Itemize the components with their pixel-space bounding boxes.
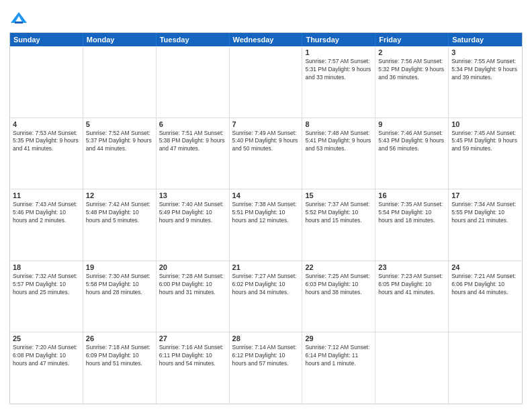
day-number: 19 (86, 263, 153, 271)
day-info: Sunrise: 7:48 AM Sunset: 5:41 PM Dayligh… (305, 130, 372, 154)
svg-rect-2 (15, 21, 23, 24)
day-info: Sunrise: 7:18 AM Sunset: 6:09 PM Dayligh… (86, 344, 153, 368)
calendar-cell: 26Sunrise: 7:18 AM Sunset: 6:09 PM Dayli… (83, 332, 157, 404)
day-number: 21 (232, 263, 300, 271)
day-info: Sunrise: 7:46 AM Sunset: 5:43 PM Dayligh… (378, 130, 445, 154)
day-number: 17 (451, 191, 519, 199)
day-info: Sunrise: 7:56 AM Sunset: 5:32 PM Dayligh… (378, 58, 445, 82)
day-info: Sunrise: 7:52 AM Sunset: 5:37 PM Dayligh… (86, 130, 153, 154)
calendar-cell: 13Sunrise: 7:40 AM Sunset: 5:49 PM Dayli… (157, 189, 230, 261)
day-info: Sunrise: 7:16 AM Sunset: 6:11 PM Dayligh… (159, 344, 226, 368)
day-info: Sunrise: 7:14 AM Sunset: 6:12 PM Dayligh… (232, 344, 300, 368)
day-number: 13 (159, 191, 226, 199)
calendar-row-1: 4Sunrise: 7:53 AM Sunset: 5:35 PM Daylig… (10, 118, 522, 189)
calendar-cell: 2Sunrise: 7:56 AM Sunset: 5:32 PM Daylig… (375, 46, 449, 118)
calendar-row-4: 25Sunrise: 7:20 AM Sunset: 6:08 PM Dayli… (10, 332, 522, 404)
calendar-cell: 8Sunrise: 7:48 AM Sunset: 5:41 PM Daylig… (302, 118, 375, 189)
calendar-cell (449, 332, 522, 404)
day-info: Sunrise: 7:42 AM Sunset: 5:48 PM Dayligh… (86, 201, 153, 225)
calendar-cell: 9Sunrise: 7:46 AM Sunset: 5:43 PM Daylig… (375, 118, 449, 189)
day-number: 25 (13, 334, 80, 342)
calendar-cell: 17Sunrise: 7:34 AM Sunset: 5:55 PM Dayli… (449, 189, 522, 261)
day-info: Sunrise: 7:21 AM Sunset: 6:06 PM Dayligh… (451, 273, 519, 297)
calendar-cell: 19Sunrise: 7:30 AM Sunset: 5:58 PM Dayli… (83, 261, 157, 332)
calendar-cell: 15Sunrise: 7:37 AM Sunset: 5:52 PM Dayli… (302, 189, 375, 261)
day-number: 8 (305, 120, 372, 128)
calendar: SundayMondayTuesdayWednesdayThursdayFrid… (9, 32, 523, 404)
day-number: 2 (378, 48, 445, 56)
day-info: Sunrise: 7:57 AM Sunset: 5:31 PM Dayligh… (305, 58, 372, 82)
calendar-cell: 21Sunrise: 7:27 AM Sunset: 6:02 PM Dayli… (230, 261, 303, 332)
page: SundayMondayTuesdayWednesdayThursdayFrid… (0, 0, 532, 411)
day-info: Sunrise: 7:32 AM Sunset: 5:57 PM Dayligh… (13, 273, 80, 297)
day-number: 4 (13, 120, 80, 128)
calendar-body: 1Sunrise: 7:57 AM Sunset: 5:31 PM Daylig… (10, 46, 522, 404)
day-number: 27 (159, 334, 226, 342)
day-number: 9 (378, 120, 445, 128)
day-number: 15 (305, 191, 372, 199)
day-number: 12 (86, 191, 153, 199)
logo-icon (9, 9, 28, 28)
day-info: Sunrise: 7:53 AM Sunset: 5:35 PM Dayligh… (13, 130, 80, 154)
calendar-header: SundayMondayTuesdayWednesdayThursdayFrid… (10, 33, 522, 46)
calendar-cell: 29Sunrise: 7:12 AM Sunset: 6:14 PM Dayli… (302, 332, 375, 404)
day-number: 3 (451, 48, 519, 56)
calendar-cell (230, 46, 303, 118)
day-info: Sunrise: 7:49 AM Sunset: 5:40 PM Dayligh… (232, 130, 300, 154)
calendar-cell: 4Sunrise: 7:53 AM Sunset: 5:35 PM Daylig… (10, 118, 83, 189)
calendar-cell: 12Sunrise: 7:42 AM Sunset: 5:48 PM Dayli… (83, 189, 157, 261)
day-info: Sunrise: 7:28 AM Sunset: 6:00 PM Dayligh… (159, 273, 226, 297)
calendar-cell: 5Sunrise: 7:52 AM Sunset: 5:37 PM Daylig… (83, 118, 157, 189)
day-number: 6 (159, 120, 226, 128)
header-day-sunday: Sunday (10, 33, 83, 46)
day-number: 28 (232, 334, 300, 342)
day-info: Sunrise: 7:35 AM Sunset: 5:54 PM Dayligh… (378, 201, 445, 225)
day-info: Sunrise: 7:51 AM Sunset: 5:38 PM Dayligh… (159, 130, 226, 154)
day-number: 22 (305, 263, 372, 271)
day-number: 18 (13, 263, 80, 271)
calendar-row-2: 11Sunrise: 7:43 AM Sunset: 5:46 PM Dayli… (10, 189, 522, 261)
day-number: 7 (232, 120, 300, 128)
day-info: Sunrise: 7:37 AM Sunset: 5:52 PM Dayligh… (305, 201, 372, 225)
day-info: Sunrise: 7:34 AM Sunset: 5:55 PM Dayligh… (451, 201, 519, 225)
calendar-cell (10, 46, 83, 118)
header (9, 7, 523, 28)
header-day-saturday: Saturday (449, 33, 522, 46)
calendar-row-3: 18Sunrise: 7:32 AM Sunset: 5:57 PM Dayli… (10, 261, 522, 332)
calendar-cell: 1Sunrise: 7:57 AM Sunset: 5:31 PM Daylig… (302, 46, 375, 118)
day-info: Sunrise: 7:12 AM Sunset: 6:14 PM Dayligh… (305, 344, 372, 368)
calendar-cell: 6Sunrise: 7:51 AM Sunset: 5:38 PM Daylig… (157, 118, 230, 189)
day-number: 29 (305, 334, 372, 342)
header-day-wednesday: Wednesday (230, 33, 303, 46)
day-info: Sunrise: 7:30 AM Sunset: 5:58 PM Dayligh… (86, 273, 153, 297)
calendar-cell (157, 46, 230, 118)
day-number: 10 (451, 120, 519, 128)
calendar-cell: 27Sunrise: 7:16 AM Sunset: 6:11 PM Dayli… (157, 332, 230, 404)
day-number: 24 (451, 263, 519, 271)
calendar-cell: 7Sunrise: 7:49 AM Sunset: 5:40 PM Daylig… (230, 118, 303, 189)
calendar-cell: 18Sunrise: 7:32 AM Sunset: 5:57 PM Dayli… (10, 261, 83, 332)
calendar-cell: 10Sunrise: 7:45 AM Sunset: 5:45 PM Dayli… (449, 118, 522, 189)
day-info: Sunrise: 7:27 AM Sunset: 6:02 PM Dayligh… (232, 273, 300, 297)
calendar-cell: 14Sunrise: 7:38 AM Sunset: 5:51 PM Dayli… (230, 189, 303, 261)
header-day-tuesday: Tuesday (157, 33, 230, 46)
day-info: Sunrise: 7:20 AM Sunset: 6:08 PM Dayligh… (13, 344, 80, 368)
header-day-monday: Monday (83, 33, 157, 46)
day-number: 1 (305, 48, 372, 56)
header-day-friday: Friday (375, 33, 449, 46)
day-number: 5 (86, 120, 153, 128)
calendar-cell: 23Sunrise: 7:23 AM Sunset: 6:05 PM Dayli… (375, 261, 449, 332)
calendar-cell: 28Sunrise: 7:14 AM Sunset: 6:12 PM Dayli… (230, 332, 303, 404)
day-number: 14 (232, 191, 300, 199)
day-info: Sunrise: 7:43 AM Sunset: 5:46 PM Dayligh… (13, 201, 80, 225)
day-info: Sunrise: 7:23 AM Sunset: 6:05 PM Dayligh… (378, 273, 445, 297)
day-info: Sunrise: 7:55 AM Sunset: 5:34 PM Dayligh… (451, 58, 519, 82)
day-info: Sunrise: 7:25 AM Sunset: 6:03 PM Dayligh… (305, 273, 372, 297)
day-number: 11 (13, 191, 80, 199)
calendar-cell: 25Sunrise: 7:20 AM Sunset: 6:08 PM Dayli… (10, 332, 83, 404)
calendar-cell (83, 46, 157, 118)
calendar-cell: 24Sunrise: 7:21 AM Sunset: 6:06 PM Dayli… (449, 261, 522, 332)
day-info: Sunrise: 7:40 AM Sunset: 5:49 PM Dayligh… (159, 201, 226, 225)
day-number: 26 (86, 334, 153, 342)
day-number: 23 (378, 263, 445, 271)
